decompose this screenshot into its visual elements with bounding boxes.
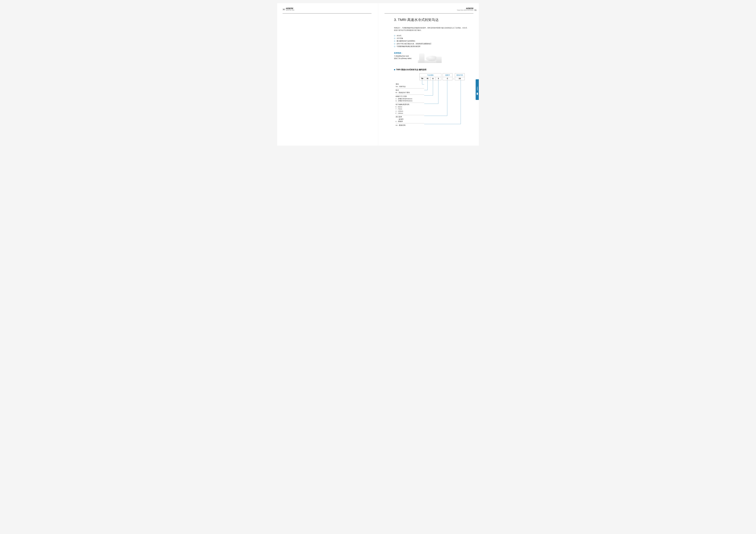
applications-row: 应用范例： 工具机(Machine tool) 回转工作台(Rotary tab…: [394, 52, 472, 63]
feature-item: 大中空轴: [394, 37, 472, 40]
intro-paragraph: 特殊设计，可搭配弱磁控制达到极高转速需求，同时适用各种需要大输出且精准定位之工业…: [394, 27, 467, 31]
legend-line: A：矽钢片外径Φ360mm: [396, 98, 424, 100]
page-number-left: 30: [283, 8, 285, 11]
feature-item: 最大瞬间转矩可达5300Nm: [394, 40, 472, 42]
header-rule-right: [385, 13, 473, 13]
legend-title: 其它需求: [396, 116, 424, 118]
legend-line: XX：配线代码: [396, 124, 424, 126]
code-group-header: 马达规格: [419, 73, 441, 77]
legend-block-size: 矽钢片尺寸代码 A：矽钢片外径Φ360mm G：矽钢片外径Φ530mm: [396, 95, 424, 103]
applications-text: 应用范例： 工具机(Machine tool) 回转工作台(Rotary tab…: [394, 52, 412, 60]
code-cell: 5: [436, 77, 441, 80]
brand-name: HIWIN: [286, 7, 293, 10]
code-cell: RI: [425, 77, 430, 80]
legend-title: 转子(磁铁)高度代码: [396, 104, 424, 106]
code-group-wiring: 配线代码 XX: [455, 73, 465, 80]
rotary-table-illustration: [418, 52, 442, 63]
legend-block-wiring: XX：配线代码: [396, 123, 424, 127]
code-table: 马达规格 TM RI A 5 选配件 C -: [419, 73, 469, 80]
coding-heading-text: TMRI 高速水冷式转矩马达 编码说明: [396, 68, 427, 71]
legend-block-series: 系列 TM：转矩马达: [396, 83, 424, 89]
header-left: 30 HIWIN MR99TS01-1800: [283, 7, 294, 11]
header-right: HIWIN Torque Motor (Direct Drive Motor) …: [457, 7, 473, 11]
code-cell: XX: [455, 77, 465, 80]
legend-line: ：标准件: [396, 118, 424, 120]
page-right: HIWIN Torque Motor (Direct Drive Motor) …: [378, 3, 479, 146]
page-spread: 30 HIWIN MR99TS01-1800 HIWIN Torque Moto…: [277, 3, 479, 146]
section-title: 3. TMRI 高速水冷式转矩马达: [394, 17, 472, 22]
code-group-header: 配线代码: [455, 73, 465, 77]
coding-heading: TMRI 高速水冷式转矩马达 编码说明: [394, 68, 472, 71]
legend-line: RI：高速定转子系列: [396, 91, 424, 93]
brand-name: HIWIN: [466, 7, 473, 10]
legend-line: 5：50mm: [396, 106, 424, 108]
side-tab: TMRI 高速水冷式转矩马达: [476, 79, 479, 100]
application-item: 工具机(Machine tool): [394, 55, 412, 57]
legend-line: 7：70mm: [396, 108, 424, 110]
header-rule-left: [283, 13, 371, 13]
legend-block-type: 型式 RI：高速定转子系列: [396, 89, 424, 94]
product-line: Torque Motor (Direct Drive Motor): [457, 10, 473, 11]
code-group-header: 选配件: [443, 73, 452, 77]
feature-list: 水冷式 大中空轴 最大瞬间转矩可达5300Nm 定转子同心校正固定出货，安装简易…: [394, 34, 472, 48]
code-cell: A: [430, 77, 436, 80]
legend-line: G：矽钢片外径Φ530mm: [396, 100, 424, 102]
page-left: 30 HIWIN MR99TS01-1800: [277, 3, 378, 146]
content: 3. TMRI 高速水冷式转矩马达 特殊设计，可搭配弱磁控制达到极高转速需求，同…: [394, 17, 472, 127]
legend-line: C：客制件: [396, 120, 424, 122]
legend-block-other: 其它需求 ：标准件 C：客制件: [396, 115, 424, 123]
legend: 系列 TM：转矩马达 型式 RI：高速定转子系列 矽钢片尺寸代码 A：矽钢片外径…: [396, 83, 469, 127]
doc-code: MR99TS01-1800: [286, 10, 294, 11]
legend-title: 矽钢片尺寸代码: [396, 95, 424, 97]
legend-title: 型式: [396, 89, 424, 91]
code-cell: TM: [419, 77, 425, 80]
coding-diagram: 马达规格 TM RI A 5 选配件 C -: [394, 73, 469, 127]
code-group-spec: 马达规格 TM RI A 5: [419, 73, 441, 80]
legend-title: 系列: [396, 83, 424, 85]
brand-block-left: HIWIN MR99TS01-1800: [286, 7, 294, 11]
feature-item: 定转子同心校正固定出货，安装简易无须重新校正: [394, 42, 472, 45]
application-item: 回转工作台(Rotary table): [394, 57, 412, 60]
code-group-option: 选配件 C: [443, 73, 452, 80]
page-number-right: 31: [474, 9, 476, 11]
code-separator: -: [452, 73, 455, 80]
legend-line: TM：转矩马达: [396, 86, 424, 88]
feature-item: 水冷式: [394, 34, 472, 37]
applications-heading: 应用范例：: [394, 52, 412, 54]
legend-line: F：150mm: [396, 112, 424, 114]
legend-line: A：100mm: [396, 110, 424, 112]
legend-block-rotor: 转子(磁铁)高度代码 5：50mm 7：70mm A：100mm F：150mm: [396, 103, 424, 115]
feature-item: 可搭配弱磁控制满足更高转速需求: [394, 45, 472, 48]
code-cell: C: [443, 77, 452, 80]
